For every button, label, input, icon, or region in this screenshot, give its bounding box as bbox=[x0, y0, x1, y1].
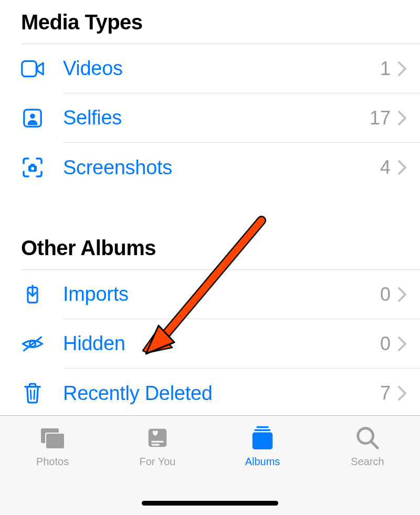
chevron-right-icon bbox=[398, 287, 406, 302]
row-screenshots[interactable]: Screenshots 4 bbox=[21, 143, 420, 192]
row-label: Hidden bbox=[63, 332, 380, 355]
svg-rect-0 bbox=[22, 61, 37, 76]
svg-rect-19 bbox=[152, 444, 160, 446]
svg-rect-22 bbox=[253, 432, 272, 449]
row-recently-deleted[interactable]: Recently Deleted 7 bbox=[21, 369, 420, 418]
svg-rect-20 bbox=[256, 426, 268, 428]
row-count: 0 bbox=[380, 333, 391, 355]
chevron-right-icon bbox=[398, 160, 406, 175]
tab-label: Albums bbox=[245, 456, 280, 468]
row-imports[interactable]: Imports 0 bbox=[21, 270, 420, 319]
row-label: Recently Deleted bbox=[63, 382, 380, 405]
row-count: 1 bbox=[380, 58, 391, 80]
svg-line-10 bbox=[30, 390, 31, 399]
media-types-header: Media Types bbox=[21, 0, 420, 44]
other-albums-header: Other Albums bbox=[21, 226, 420, 270]
row-count: 4 bbox=[380, 156, 391, 178]
svg-rect-4 bbox=[30, 164, 35, 166]
screenshot-icon bbox=[21, 156, 44, 179]
albums-tab-icon bbox=[248, 424, 277, 451]
chevron-right-icon bbox=[398, 386, 406, 401]
tab-label: Photos bbox=[36, 456, 69, 468]
row-label: Selfies bbox=[63, 107, 370, 129]
trash-icon bbox=[21, 382, 44, 405]
row-count: 0 bbox=[380, 283, 391, 306]
svg-line-24 bbox=[371, 442, 377, 448]
video-icon bbox=[21, 57, 44, 80]
selfie-icon bbox=[21, 107, 44, 130]
chevron-right-icon bbox=[398, 337, 406, 351]
svg-point-2 bbox=[30, 113, 35, 119]
row-hidden[interactable]: Hidden 0 bbox=[21, 319, 420, 369]
chevron-right-icon bbox=[398, 61, 406, 76]
tab-label: For You bbox=[140, 456, 176, 468]
row-label: Imports bbox=[63, 283, 380, 306]
tab-photos[interactable]: Photos bbox=[0, 421, 105, 515]
svg-rect-21 bbox=[255, 429, 271, 431]
row-selfies[interactable]: Selfies 17 bbox=[21, 93, 420, 143]
foryou-tab-icon bbox=[143, 424, 172, 451]
photos-tab-icon bbox=[38, 424, 67, 451]
chevron-right-icon bbox=[398, 111, 406, 125]
albums-content: Media Types Videos 1 Selfies 17 bbox=[0, 0, 420, 418]
search-tab-icon bbox=[353, 424, 382, 451]
tab-label: Search bbox=[351, 456, 384, 468]
row-label: Screenshots bbox=[63, 156, 380, 179]
hidden-icon bbox=[21, 332, 44, 355]
imports-icon bbox=[21, 283, 44, 306]
tab-search[interactable]: Search bbox=[315, 421, 420, 515]
row-count: 7 bbox=[380, 382, 391, 404]
home-indicator bbox=[142, 501, 278, 506]
row-label: Videos bbox=[63, 57, 380, 80]
svg-line-8 bbox=[24, 337, 41, 351]
svg-rect-18 bbox=[152, 441, 164, 443]
tab-bar: Photos For You Albums bbox=[0, 415, 420, 515]
row-count: 17 bbox=[370, 107, 391, 129]
row-videos[interactable]: Videos 1 bbox=[21, 44, 420, 93]
svg-point-5 bbox=[31, 167, 34, 170]
svg-rect-16 bbox=[46, 434, 64, 448]
svg-line-11 bbox=[34, 390, 35, 399]
